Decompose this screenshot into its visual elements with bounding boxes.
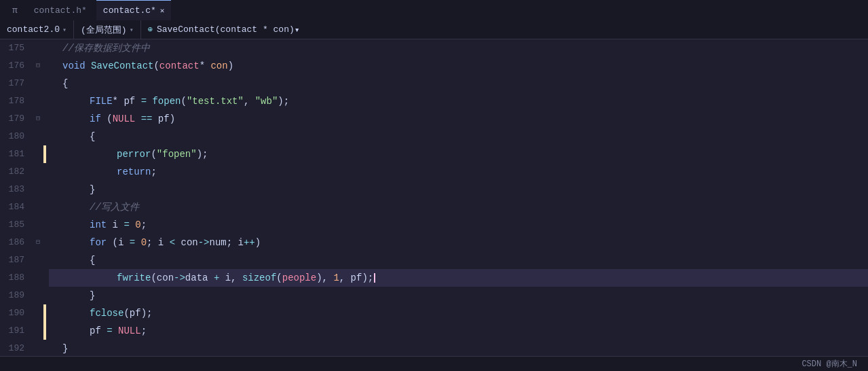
line-numbers: 175 176 177 178 179 180 181 182 183 184 … bbox=[0, 39, 33, 356]
punct-comma3: , bbox=[339, 269, 351, 287]
punct-rp5: ); bbox=[362, 269, 373, 287]
code-line-178: FILE* pf = fopen("test.txt", "wb"); bbox=[49, 92, 868, 110]
var-i5: i bbox=[225, 269, 231, 287]
context-section[interactable]: (全局范围) ▾ bbox=[74, 20, 141, 39]
fold-179[interactable]: ⊟ bbox=[33, 110, 43, 128]
tab-contact-h-label: contact.h* bbox=[34, 5, 87, 16]
punct-rp7: ); bbox=[141, 304, 153, 322]
arrow-op: -> bbox=[198, 234, 210, 251]
var-i3: i bbox=[158, 234, 170, 251]
code-line-176: void SaveContact(contact* con) bbox=[49, 57, 868, 75]
op-plus: + bbox=[214, 269, 225, 287]
code-line-184: //写入文件 bbox=[49, 198, 868, 216]
op-eq3: = bbox=[130, 234, 141, 251]
kw-file: FILE bbox=[90, 92, 113, 110]
num-0b: 0 bbox=[141, 234, 147, 251]
code-line-183: } bbox=[49, 181, 868, 198]
arrow-op2: -> bbox=[174, 269, 185, 287]
tab-contact-h[interactable]: contact.h* bbox=[27, 0, 94, 20]
gutter: ⊟ ⊟ ⊟ bbox=[33, 39, 43, 356]
kw-void: void bbox=[62, 57, 91, 75]
var-pf5: pf bbox=[90, 322, 107, 340]
op-pp: ++ bbox=[244, 234, 255, 251]
close-icon[interactable]: ✕ bbox=[160, 6, 165, 15]
function-icon: ⊕ bbox=[148, 24, 153, 35]
op-eq4: = bbox=[107, 322, 118, 340]
op-eq2: = bbox=[124, 216, 135, 234]
code-line-190: fclose(pf); bbox=[49, 304, 868, 322]
fn-savecontact: SaveContact bbox=[91, 57, 153, 75]
fold-186[interactable]: ⊟ bbox=[33, 234, 43, 251]
text-cursor bbox=[374, 273, 375, 283]
brace-close-183: } bbox=[90, 181, 95, 198]
punct-semi4: ; bbox=[227, 234, 238, 251]
punct-rp3: ); bbox=[197, 145, 208, 163]
scope-label: contact2.0 bbox=[7, 24, 60, 35]
code-area: 175 176 177 178 179 180 181 182 183 184 … bbox=[0, 39, 868, 356]
var-con: con bbox=[181, 234, 197, 251]
context-arrow-icon: ▾ bbox=[130, 26, 134, 34]
tab-pi[interactable]: π bbox=[5, 0, 24, 20]
punct-lp5: ( bbox=[151, 269, 156, 287]
tab-pi-label: π bbox=[12, 5, 18, 16]
fn-fopen: fopen bbox=[152, 92, 181, 110]
scope-section[interactable]: contact2.0 ▾ bbox=[0, 20, 74, 39]
punct-lp: ( bbox=[181, 92, 186, 110]
title-bar: π contact.h* contact.c* ✕ bbox=[0, 0, 868, 20]
fold-176[interactable]: ⊟ bbox=[33, 57, 43, 75]
punct-lp3: ( bbox=[151, 145, 156, 163]
var-i2: i bbox=[118, 234, 130, 251]
punct-semi3: ; bbox=[147, 234, 158, 251]
code-line-186: for (i = 0; i < con->num; i++) bbox=[49, 234, 868, 251]
brace-close-192: } bbox=[62, 340, 68, 356]
brace-close-189: } bbox=[90, 287, 95, 304]
punct-lp4: ( bbox=[113, 234, 118, 251]
code-content[interactable]: //保存数据到文件中 void SaveContact(contact* con… bbox=[46, 39, 868, 356]
code-comment-175: //保存数据到文件中 bbox=[62, 39, 150, 57]
type-contact: contact bbox=[159, 57, 200, 75]
op-eqeq: == bbox=[141, 110, 158, 128]
marker-column bbox=[43, 39, 46, 356]
punct-rp6: ), bbox=[316, 269, 333, 287]
brace-open-177: { bbox=[62, 75, 68, 92]
kw-return: return bbox=[117, 163, 151, 181]
punct3: ) bbox=[228, 57, 233, 75]
punct-semi2: ; bbox=[141, 216, 147, 234]
code-line-191: pf = NULL; bbox=[49, 322, 868, 340]
kw-for: for bbox=[90, 234, 113, 251]
punct-rp: ); bbox=[278, 92, 289, 110]
punct2: * bbox=[200, 57, 211, 75]
punct: ( bbox=[153, 57, 159, 75]
function-label: SaveContact(contact * con) bbox=[157, 24, 295, 35]
var-pf: pf bbox=[124, 92, 140, 110]
kw-int: int bbox=[90, 216, 113, 234]
function-section: ⊕ SaveContact(contact * con) ▾ bbox=[141, 20, 868, 39]
fn-fclose: fclose bbox=[90, 304, 124, 322]
op-eq: = bbox=[141, 92, 153, 110]
var-pf2: pf bbox=[158, 110, 170, 128]
scope-arrow-icon: ▾ bbox=[62, 26, 67, 34]
punct-rp2: ) bbox=[170, 110, 175, 128]
var-i: i bbox=[113, 216, 124, 234]
code-line-188: fwrite(con->data + i, sizeof(people), 1,… bbox=[49, 269, 868, 287]
punct-comma: , bbox=[244, 92, 255, 110]
nav-bar: contact2.0 ▾ (全局范围) ▾ ⊕ SaveContact(cont… bbox=[0, 20, 868, 39]
tab-contact-c[interactable]: contact.c* ✕ bbox=[96, 0, 172, 20]
status-bar: CSDN @南木_N bbox=[0, 356, 868, 371]
code-line-182: return; bbox=[49, 163, 868, 181]
num-1: 1 bbox=[333, 269, 339, 287]
member-num: num bbox=[210, 234, 227, 251]
code-line-189: } bbox=[49, 287, 868, 304]
type-people: people bbox=[282, 269, 316, 287]
code-line-192: } bbox=[49, 340, 868, 356]
code-line-181: perror("fopen"); bbox=[49, 145, 868, 163]
function-arrow-icon: ▾ bbox=[295, 24, 300, 35]
null-kw2: NULL bbox=[118, 322, 141, 340]
code-line-175: //保存数据到文件中 bbox=[49, 39, 868, 57]
op-lt: < bbox=[170, 234, 181, 251]
str-fopen: "fopen" bbox=[157, 145, 197, 163]
punct-rp4: ) bbox=[255, 234, 261, 251]
num-0: 0 bbox=[135, 216, 140, 234]
brace-open-180: { bbox=[90, 128, 95, 145]
punct-comma2: , bbox=[231, 269, 242, 287]
